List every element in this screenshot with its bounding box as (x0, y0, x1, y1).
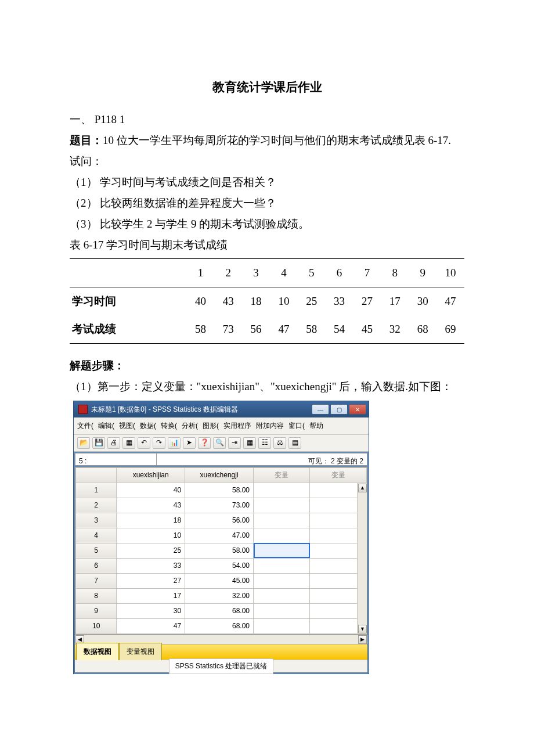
open-icon[interactable]: 📂 (77, 437, 90, 449)
value-icon[interactable]: ☷ (258, 437, 271, 449)
col-9: 9 (409, 258, 436, 287)
col-3: 3 (242, 258, 270, 287)
grid-cell[interactable] (254, 588, 310, 603)
row-header[interactable]: 1 (76, 483, 117, 498)
row-header[interactable]: 3 (76, 513, 117, 528)
table-row: 学习时间 40 43 18 10 25 33 27 17 30 47 (70, 287, 464, 315)
grid-cell[interactable]: 68.00 (185, 603, 254, 618)
row-header[interactable]: 5 (76, 543, 117, 558)
close-button[interactable]: ✕ (349, 404, 366, 415)
menu-graphs[interactable]: 图形( (203, 419, 219, 433)
db-icon[interactable]: ▦ (122, 437, 135, 449)
chart-icon[interactable]: 📊 (168, 437, 181, 449)
grid-cell[interactable] (254, 498, 310, 513)
print-icon[interactable]: 🖨 (107, 437, 120, 449)
minimize-button[interactable]: — (312, 404, 329, 415)
grid-cell[interactable]: 40 (117, 483, 185, 498)
grid-cell[interactable] (254, 483, 310, 498)
steps-label: 解题步骤： (70, 355, 464, 376)
data-table: 1 2 3 4 5 6 7 8 9 10 学习时间 40 43 18 10 25… (70, 258, 464, 344)
scroll-down-icon[interactable]: ▼ (358, 625, 367, 633)
grid-cell[interactable] (254, 513, 310, 528)
col-header-2[interactable]: xuexichengji (185, 467, 254, 483)
grid-row: 14058.00 (76, 483, 367, 498)
row-header[interactable]: 9 (76, 603, 117, 618)
grid-cell[interactable]: 25 (117, 543, 185, 558)
q1: （1） 学习时间与考试成绩之间是否相关？ (70, 172, 464, 193)
grid-cell[interactable]: 45.00 (185, 573, 254, 588)
grid-cell[interactable] (254, 543, 310, 558)
app-icon (78, 405, 88, 414)
vertical-scrollbar[interactable]: ▲ ▼ (357, 483, 367, 634)
grid-cell[interactable]: 32.00 (185, 588, 254, 603)
maximize-button[interactable]: ▢ (330, 404, 348, 415)
grid-cell[interactable] (254, 603, 310, 618)
scroll-up-icon[interactable]: ▲ (358, 484, 367, 492)
grid-cell[interactable]: 73.00 (185, 498, 254, 513)
col-header-1[interactable]: xuexishijian (117, 467, 185, 483)
menu-edit[interactable]: 编辑( (98, 419, 114, 433)
step1: （1）第一步：定义变量："xuexishijian"、"xuexichengji… (70, 376, 464, 397)
col-header-4[interactable]: 变量 (310, 467, 367, 483)
grid-cell[interactable]: 58.00 (185, 483, 254, 498)
menu-utilities[interactable]: 实用程序 (223, 419, 251, 433)
grid-cell[interactable]: 43 (117, 498, 185, 513)
row-header[interactable]: 4 (76, 528, 117, 543)
grid-cell[interactable]: 33 (117, 558, 185, 573)
grid-cell[interactable]: 54.00 (185, 558, 254, 573)
menu-transform[interactable]: 转换( (161, 419, 177, 433)
vars-icon[interactable]: ▦ (243, 437, 256, 449)
grid-cell[interactable] (254, 558, 310, 573)
goto-icon[interactable]: ➤ (183, 437, 196, 449)
menu-help[interactable]: 帮助 (309, 419, 323, 433)
tab-data-view[interactable]: 数据视图 (76, 643, 119, 660)
name-box[interactable]: 5 : (75, 453, 157, 465)
info-icon[interactable]: ❓ (198, 437, 211, 449)
question-text: 10 位大一学生平均每周所花的学习时间与他们的期末考试成绩见表 6-17. (103, 134, 451, 146)
col-4: 4 (270, 258, 298, 287)
grid-cell[interactable] (254, 618, 310, 633)
redo-icon[interactable]: ↷ (153, 437, 165, 449)
tab-variable-view[interactable]: 变量视图 (119, 643, 162, 660)
window-title: 未标题1 [数据集0] - SPSS Statistics 数据编辑器 (91, 403, 311, 416)
scroll-right-icon[interactable]: ▶ (358, 635, 367, 644)
grid-cell[interactable]: 58.00 (185, 543, 254, 558)
grid-cell[interactable]: 47 (117, 618, 185, 633)
grid-row: 41047.00 (76, 528, 367, 543)
grid-cell[interactable]: 27 (117, 573, 185, 588)
grid-cell[interactable]: 68.00 (185, 618, 254, 633)
row-header[interactable]: 2 (76, 498, 117, 513)
save-icon[interactable]: 💾 (92, 437, 105, 449)
row-header[interactable]: 7 (76, 573, 117, 588)
menu-file[interactable]: 文件( (77, 419, 93, 433)
menu-addons[interactable]: 附加内容 (256, 419, 284, 433)
grid-cell[interactable]: 10 (117, 528, 185, 543)
menu-data[interactable]: 数据( (140, 419, 156, 433)
find-icon[interactable]: 🔍 (213, 437, 226, 449)
grid-cell[interactable] (254, 573, 310, 588)
grid-row: 63354.00 (76, 558, 367, 573)
insert-icon[interactable]: ⇥ (228, 437, 241, 449)
menu-analyze[interactable]: 分析( (182, 419, 198, 433)
grid-cell[interactable]: 30 (117, 603, 185, 618)
menu-window[interactable]: 窗口( (288, 419, 305, 433)
weight-icon[interactable]: ⚖ (273, 437, 286, 449)
menu-view[interactable]: 视图( (119, 419, 135, 433)
titlebar: 未标题1 [数据集0] - SPSS Statistics 数据编辑器 — ▢ … (74, 401, 369, 417)
row2-label: 考试成绩 (70, 315, 186, 344)
col-header-3[interactable]: 变量 (254, 467, 310, 483)
row-header[interactable]: 8 (76, 588, 117, 603)
row-header[interactable]: 10 (76, 618, 117, 633)
grid-cell[interactable]: 17 (117, 588, 185, 603)
grid-row: 72745.00 (76, 573, 367, 588)
toolbar: 📂💾🖨▦↶↷📊➤❓🔍⇥▦☷⚖▤ (74, 435, 369, 452)
grid-row: 93068.00 (76, 603, 367, 618)
grid-cell[interactable]: 47.00 (185, 528, 254, 543)
col-10: 10 (436, 258, 464, 287)
grid-cell[interactable]: 56.00 (185, 513, 254, 528)
row-header[interactable]: 6 (76, 558, 117, 573)
grid-cell[interactable] (254, 528, 310, 543)
grid-cell[interactable]: 18 (117, 513, 185, 528)
undo-icon[interactable]: ↶ (138, 437, 150, 449)
select-icon[interactable]: ▤ (288, 437, 301, 449)
